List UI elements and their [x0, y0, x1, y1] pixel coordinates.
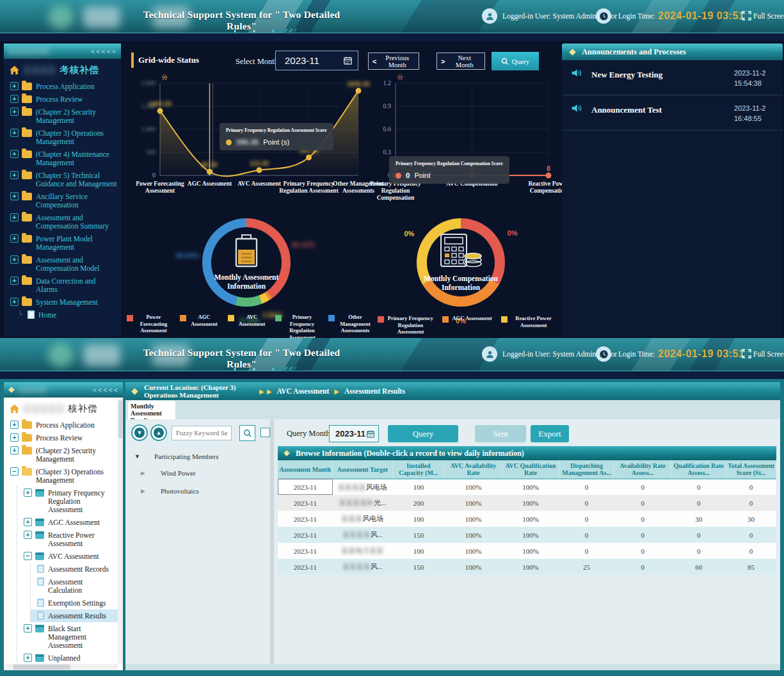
query-button[interactable]: Query	[388, 425, 458, 442]
expand-icon[interactable]: +	[10, 277, 19, 285]
vertical-scrollbar[interactable]	[118, 399, 123, 664]
expand-icon[interactable]: +	[10, 433, 19, 442]
expand-icon[interactable]: +	[10, 234, 19, 243]
sent-button[interactable]: Sent	[475, 425, 526, 442]
sidebar-item-process-application[interactable]: +Process Application	[4, 419, 118, 431]
sidebar-item-process-review[interactable]: +Process Review	[4, 431, 118, 444]
sidebar-item-exemption-settings[interactable]: Exemption Settings	[31, 597, 118, 609]
expand-icon[interactable]: +	[24, 624, 32, 632]
participating-members-header[interactable]: ▼ Participating Members	[134, 453, 218, 460]
sidebar-item-agc-assessment[interactable]: +AGC Assessment	[17, 516, 118, 529]
sidebar-item-home[interactable]: └Home	[4, 309, 121, 321]
table-row[interactable]: 2023-11某某某某风...150100%100%2506085	[278, 559, 776, 575]
expand-icon[interactable]: +	[24, 518, 32, 526]
table-row[interactable]: 2023-11某某某某机光...200100%100%0000	[278, 495, 776, 511]
sidebar-item-primary-frequency-regulation-assessment[interactable]: +Primary Frequency Regulation Assessment	[17, 487, 118, 516]
sidebar-item-chapter-3-operations-management[interactable]: −(Chapter 3) Operations Management	[4, 465, 118, 487]
query-button[interactable]: Query	[492, 52, 539, 70]
sidebar-item-chapter-5-technical-guidance-and-management[interactable]: +(Chapter 5) Technical Guidance and Mana…	[4, 169, 121, 190]
member-search-button[interactable]	[239, 425, 255, 441]
expand-icon[interactable]: +	[10, 192, 19, 200]
full-screen-icon[interactable]	[741, 10, 752, 24]
sidebar-item-process-application[interactable]: +Process Application	[4, 80, 121, 93]
expand-icon[interactable]: +	[10, 108, 19, 116]
expand-icon[interactable]: +	[24, 654, 32, 662]
expand-icon[interactable]: +	[10, 298, 19, 306]
sidebar-item-avc-assessment[interactable]: −AVC Assessment	[17, 550, 118, 563]
column-header-total-assessment-score-st[interactable]: Total Assessment Score (St...	[726, 460, 776, 479]
sidebar-item-chapter-3-operations-management[interactable]: +(Chapter 3) Operations Management	[4, 127, 121, 148]
expand-icon[interactable]: +	[10, 129, 19, 137]
collapse-triangle-icon[interactable]: ▼	[134, 453, 140, 460]
column-header-installed-capacity-m[interactable]: Installed Capacity (M...	[392, 460, 445, 479]
month-value[interactable]: 2023-11	[285, 55, 343, 66]
expand-icon[interactable]: +	[10, 213, 19, 221]
sidebar-item-assessment-calculation[interactable]: Assessment Calculation	[31, 575, 118, 597]
expand-icon[interactable]: +	[24, 531, 32, 539]
fuzzy-search-input[interactable]	[172, 426, 232, 440]
announcement-announcement-test[interactable]: Announcement Test2023-11-216:48:55	[562, 95, 783, 131]
sidebar-item-assessment-and-compensation-model[interactable]: +Assessment and Compensation Model	[4, 254, 121, 275]
full-screen-label[interactable]: Full Screen	[753, 12, 784, 20]
column-header-dispatching-management-as[interactable]: Dispatching Management As...	[559, 460, 614, 479]
column-header-avc-qualification-rate[interactable]: AVC Qualification Rate	[502, 460, 559, 479]
sidebar-collapse-arrows[interactable]: <<<<<	[91, 47, 117, 55]
query-month-value[interactable]: 2023-11	[335, 429, 366, 439]
sidebar-header[interactable]: 某某某某 <<<<<	[4, 382, 123, 398]
breadcrumb-item-assessment-results[interactable]: Assessment Results	[344, 387, 405, 395]
column-header-assessment-month[interactable]: Assessment Month	[278, 460, 333, 479]
select-all-checkbox[interactable]	[260, 428, 270, 437]
expand-icon[interactable]: +	[10, 421, 19, 429]
table-row[interactable]: 2023-11某某电力某某100100%100%0000	[278, 543, 776, 559]
full-screen-icon[interactable]	[741, 348, 752, 362]
expand-triangle-icon[interactable]: ▶	[141, 488, 145, 494]
sidebar-item-assessment-records[interactable]: Assessment Records	[31, 563, 118, 575]
expand-icon[interactable]: +	[24, 488, 32, 497]
sidebar-item-process-review[interactable]: +Process Review	[4, 93, 121, 106]
column-header-avc-availability-rate[interactable]: AVC Availability Rate	[445, 460, 502, 479]
member-item-photovoltaics[interactable]: ▶Photovoltaics	[141, 487, 199, 495]
column-header-qualification-rate-assess[interactable]: Qualification Rate Assess...	[671, 460, 726, 479]
sidebar-item-chapter-2-security-management[interactable]: +(Chapter 2) Security Management	[4, 444, 118, 465]
expand-icon[interactable]: +	[10, 95, 19, 103]
sidebar-collapse-arrows[interactable]: <<<<<	[93, 386, 119, 394]
sidebar-header[interactable]: 某某某某系统 <<<<<	[4, 44, 121, 59]
expand-icon[interactable]: +	[10, 446, 19, 455]
column-header-assessment-target[interactable]: Assessment Target	[333, 460, 392, 479]
sidebar-item-assessment-results[interactable]: Assessment Results	[31, 609, 118, 622]
announcement-new-energy-testing[interactable]: New Energy Testing2023-11-215:54:38	[562, 60, 783, 95]
full-screen-label[interactable]: Full Screen	[753, 350, 784, 358]
table-row[interactable]: 2023-11某某某某风电场100100%100%0000	[278, 479, 776, 495]
sidebar-item-reactive-power-assessment[interactable]: +Reactive Power Assessment	[17, 529, 118, 550]
sidebar-item-data-correction-and-alarms[interactable]: +Data Correction and Alarms	[4, 275, 121, 296]
month-input[interactable]: 2023-11	[275, 51, 358, 70]
sidebar-item-system-management[interactable]: +System Management	[4, 296, 121, 309]
export-button[interactable]: Export	[531, 425, 569, 442]
calendar-icon[interactable]	[343, 56, 353, 65]
previous-month-button[interactable]: <Previous Month	[368, 52, 419, 70]
sidebar-item-assessment-and-compensation-summary[interactable]: +Assessment and Compensation Summary	[4, 211, 121, 232]
expand-triangle-icon[interactable]: ▶	[141, 470, 145, 476]
sidebar-item-chapter-2-security-management[interactable]: +(Chapter 2) Security Management	[4, 106, 121, 127]
next-month-button[interactable]: >Next Month	[436, 52, 485, 70]
table-row[interactable]: 2023-11某某某某风...150100%100%0000	[278, 527, 776, 543]
collapse-icon[interactable]: −	[24, 552, 32, 560]
sidebar-item-black-start-management-assessment[interactable]: +Black Start Management Assessment	[17, 622, 118, 652]
collapse-all-button[interactable]: ▼	[131, 424, 148, 441]
sidebar-item-chapter-4-maintenance-management[interactable]: +(Chapter 4) Maintenance Management	[4, 148, 121, 169]
collapse-icon[interactable]: −	[10, 467, 19, 476]
horizontal-scrollbar[interactable]	[4, 664, 118, 670]
column-header-availability-rate-assess[interactable]: Availability Rate Assess...	[614, 460, 671, 479]
tab-monthly-assessment-results[interactable]: Monthly Assessment Results	[128, 401, 175, 419]
calendar-icon[interactable]	[366, 430, 375, 439]
expand-icon[interactable]: +	[10, 255, 19, 264]
sidebar-item-power-plant-model-management[interactable]: +Power Plant Model Management	[4, 232, 121, 254]
expand-all-button[interactable]: ▲	[150, 424, 167, 441]
sidebar-item-ancillary-service-compensation[interactable]: +Ancillary Service Compensation	[4, 190, 121, 211]
expand-icon[interactable]: +	[10, 150, 19, 158]
expand-icon[interactable]: +	[10, 82, 19, 90]
expand-icon[interactable]: +	[10, 171, 19, 179]
table-row[interactable]: 2023-11某某某风电场100100%100%003030	[278, 511, 776, 527]
query-month-input[interactable]: 2023-11	[329, 425, 379, 442]
member-item-wind-power[interactable]: ▶Wind Power	[141, 469, 196, 477]
